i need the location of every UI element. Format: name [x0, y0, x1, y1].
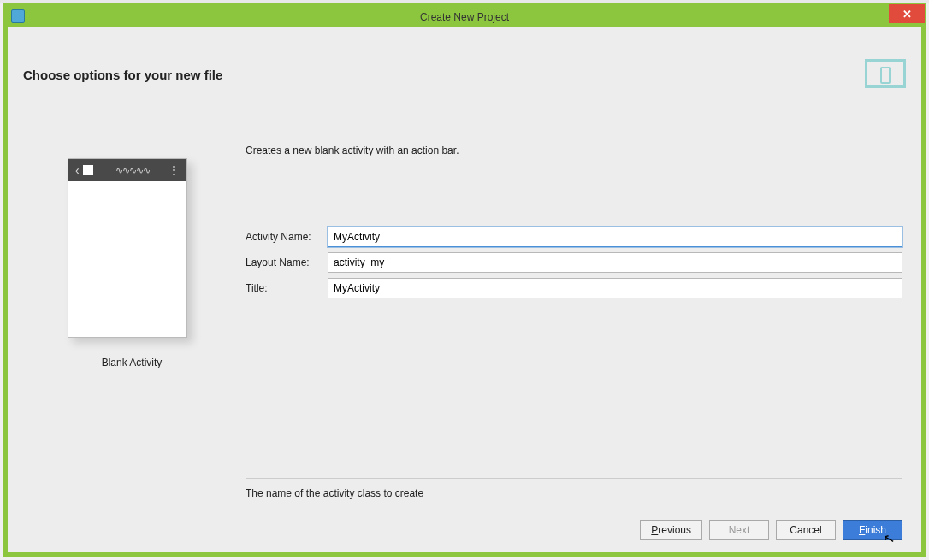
dialog-content: Choose options for your new file ‹ ∿∿∿∿∿… — [8, 27, 921, 552]
separator — [246, 478, 902, 479]
input-title[interactable] — [328, 278, 902, 298]
app-icon — [11, 9, 25, 23]
input-activity-name[interactable] — [328, 227, 902, 247]
mockup-actionbar: ‹ ∿∿∿∿∿ ⋮ — [68, 159, 186, 181]
next-button: Next — [709, 520, 769, 540]
label-activity-name: Activity Name: — [246, 231, 328, 243]
step-description: Creates a new blank activity with an act… — [246, 144, 459, 156]
hint-text: The name of the activity class to create — [246, 487, 423, 499]
button-bar: Previous Next Cancel Finish — [640, 520, 902, 540]
app-square-icon — [83, 165, 93, 175]
close-icon: ✕ — [902, 8, 912, 21]
overflow-menu-icon: ⋮ — [168, 163, 180, 177]
previous-button[interactable]: Previous — [640, 520, 702, 540]
form: Activity Name: Layout Name: Title: — [246, 227, 902, 304]
finish-button[interactable]: Finish — [843, 520, 902, 540]
row-activity-name: Activity Name: — [246, 227, 902, 247]
cancel-button[interactable]: Cancel — [776, 520, 836, 540]
dialog-window: Create New Project ✕ Choose options for … — [3, 3, 926, 557]
titlebar-text: Create New Project — [420, 11, 509, 23]
activity-preview: ‹ ∿∿∿∿∿ ⋮ Blank Activity — [68, 158, 196, 368]
phone-icon — [880, 67, 891, 84]
label-title: Title: — [246, 282, 328, 294]
label-layout-name: Layout Name: — [246, 256, 328, 268]
input-layout-name[interactable] — [328, 252, 902, 273]
page-heading: Choose options for your new file — [23, 68, 222, 82]
titlebar: Create New Project ✕ — [8, 8, 921, 27]
preview-label: Blank Activity — [68, 357, 196, 368]
title-placeholder-icon: ∿∿∿∿∿ — [98, 165, 168, 176]
row-layout-name: Layout Name: — [246, 252, 902, 273]
step-icon — [865, 59, 906, 88]
close-button[interactable]: ✕ — [889, 4, 925, 23]
row-title: Title: — [246, 278, 902, 298]
phone-mockup: ‹ ∿∿∿∿∿ ⋮ — [68, 158, 187, 338]
back-icon: ‹ — [75, 163, 80, 177]
